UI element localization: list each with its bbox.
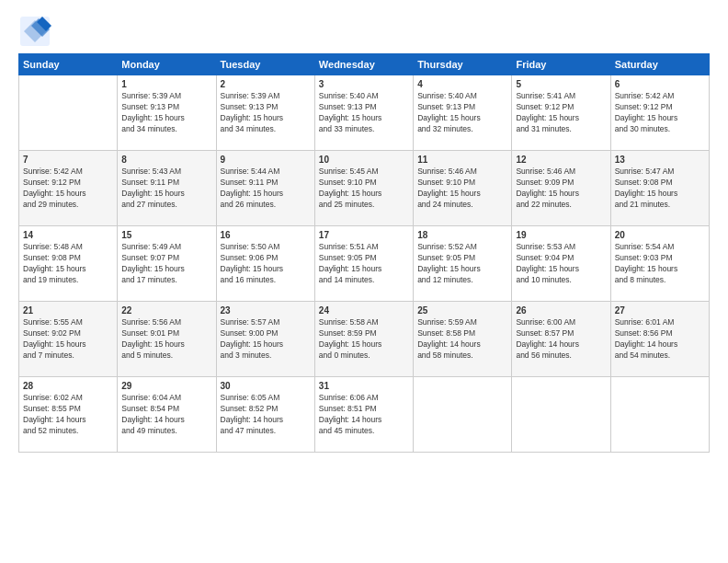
calendar-cell: 1Sunrise: 5:39 AM Sunset: 9:13 PM Daylig… bbox=[118, 75, 216, 151]
calendar-cell: 21Sunrise: 5:55 AM Sunset: 9:02 PM Dayli… bbox=[19, 302, 118, 377]
day-number: 20 bbox=[615, 230, 705, 240]
calendar-cell: 8Sunrise: 5:43 AM Sunset: 9:11 PM Daylig… bbox=[118, 151, 216, 226]
calendar-week-row: 1Sunrise: 5:39 AM Sunset: 9:13 PM Daylig… bbox=[19, 75, 710, 151]
day-info: Sunrise: 5:59 AM Sunset: 8:58 PM Dayligh… bbox=[417, 317, 507, 362]
day-info: Sunrise: 5:55 AM Sunset: 9:02 PM Dayligh… bbox=[23, 317, 113, 362]
calendar-cell: 26Sunrise: 6:00 AM Sunset: 8:57 PM Dayli… bbox=[512, 302, 610, 377]
logo bbox=[18, 15, 51, 44]
weekday-header: Sunday bbox=[19, 54, 118, 75]
weekday-header: Saturday bbox=[610, 54, 709, 75]
calendar-cell: 9Sunrise: 5:44 AM Sunset: 9:11 PM Daylig… bbox=[216, 151, 314, 226]
day-number: 19 bbox=[516, 230, 606, 240]
weekday-header: Friday bbox=[512, 54, 610, 75]
day-info: Sunrise: 5:41 AM Sunset: 9:12 PM Dayligh… bbox=[516, 91, 606, 135]
day-info: Sunrise: 5:52 AM Sunset: 9:05 PM Dayligh… bbox=[417, 242, 507, 286]
calendar-cell: 19Sunrise: 5:53 AM Sunset: 9:04 PM Dayli… bbox=[512, 226, 610, 302]
day-number: 31 bbox=[319, 381, 409, 391]
day-info: Sunrise: 5:46 AM Sunset: 9:10 PM Dayligh… bbox=[417, 167, 507, 211]
day-number: 16 bbox=[221, 230, 311, 240]
day-number: 28 bbox=[23, 381, 113, 391]
day-info: Sunrise: 5:53 AM Sunset: 9:04 PM Dayligh… bbox=[516, 242, 606, 286]
calendar-cell: 14Sunrise: 5:48 AM Sunset: 9:08 PM Dayli… bbox=[19, 226, 118, 302]
weekday-header: Monday bbox=[118, 54, 216, 75]
calendar-cell: 18Sunrise: 5:52 AM Sunset: 9:05 PM Dayli… bbox=[414, 226, 512, 302]
calendar-cell: 23Sunrise: 5:57 AM Sunset: 9:00 PM Dayli… bbox=[216, 302, 314, 377]
calendar-cell bbox=[610, 377, 709, 453]
day-number: 25 bbox=[417, 305, 507, 316]
calendar-cell: 22Sunrise: 5:56 AM Sunset: 9:01 PM Dayli… bbox=[118, 302, 216, 377]
calendar-cell: 11Sunrise: 5:46 AM Sunset: 9:10 PM Dayli… bbox=[414, 151, 512, 226]
day-number: 10 bbox=[319, 155, 409, 165]
day-number: 24 bbox=[319, 305, 409, 316]
day-number: 4 bbox=[417, 79, 507, 89]
day-info: Sunrise: 5:45 AM Sunset: 9:10 PM Dayligh… bbox=[319, 167, 409, 211]
weekday-header: Tuesday bbox=[216, 54, 314, 75]
calendar-cell: 17Sunrise: 5:51 AM Sunset: 9:05 PM Dayli… bbox=[314, 226, 413, 302]
calendar-cell: 7Sunrise: 5:42 AM Sunset: 9:12 PM Daylig… bbox=[19, 151, 118, 226]
calendar-cell: 31Sunrise: 6:06 AM Sunset: 8:51 PM Dayli… bbox=[314, 377, 413, 453]
day-number: 8 bbox=[121, 155, 211, 165]
day-info: Sunrise: 5:40 AM Sunset: 9:13 PM Dayligh… bbox=[319, 91, 409, 135]
calendar-cell: 6Sunrise: 5:42 AM Sunset: 9:12 PM Daylig… bbox=[610, 75, 709, 151]
day-info: Sunrise: 5:44 AM Sunset: 9:11 PM Dayligh… bbox=[221, 167, 311, 211]
calendar-cell: 30Sunrise: 6:05 AM Sunset: 8:52 PM Dayli… bbox=[216, 377, 314, 453]
calendar-cell: 13Sunrise: 5:47 AM Sunset: 9:08 PM Dayli… bbox=[610, 151, 709, 226]
calendar-week-row: 21Sunrise: 5:55 AM Sunset: 9:02 PM Dayli… bbox=[19, 302, 710, 377]
day-number: 3 bbox=[319, 79, 409, 89]
calendar-week-row: 14Sunrise: 5:48 AM Sunset: 9:08 PM Dayli… bbox=[19, 226, 710, 302]
day-number: 26 bbox=[516, 305, 606, 316]
day-info: Sunrise: 5:46 AM Sunset: 9:09 PM Dayligh… bbox=[516, 167, 606, 211]
calendar-week-row: 7Sunrise: 5:42 AM Sunset: 9:12 PM Daylig… bbox=[19, 151, 710, 226]
calendar-cell: 16Sunrise: 5:50 AM Sunset: 9:06 PM Dayli… bbox=[216, 226, 314, 302]
header-row: SundayMondayTuesdayWednesdayThursdayFrid… bbox=[19, 54, 710, 75]
day-info: Sunrise: 5:47 AM Sunset: 9:08 PM Dayligh… bbox=[615, 167, 705, 211]
calendar-cell: 3Sunrise: 5:40 AM Sunset: 9:13 PM Daylig… bbox=[314, 75, 413, 151]
calendar-cell: 4Sunrise: 5:40 AM Sunset: 9:13 PM Daylig… bbox=[414, 75, 512, 151]
day-info: Sunrise: 6:05 AM Sunset: 8:52 PM Dayligh… bbox=[221, 393, 311, 437]
day-info: Sunrise: 5:51 AM Sunset: 9:05 PM Dayligh… bbox=[319, 242, 409, 286]
day-info: Sunrise: 6:06 AM Sunset: 8:51 PM Dayligh… bbox=[319, 393, 409, 437]
day-number: 18 bbox=[417, 230, 507, 240]
page: SundayMondayTuesdayWednesdayThursdayFrid… bbox=[0, 0, 728, 563]
calendar-cell: 25Sunrise: 5:59 AM Sunset: 8:58 PM Dayli… bbox=[414, 302, 512, 377]
day-number: 14 bbox=[23, 230, 113, 240]
day-info: Sunrise: 5:57 AM Sunset: 9:00 PM Dayligh… bbox=[221, 317, 311, 362]
calendar-cell: 29Sunrise: 6:04 AM Sunset: 8:54 PM Dayli… bbox=[118, 377, 216, 453]
day-info: Sunrise: 5:58 AM Sunset: 8:59 PM Dayligh… bbox=[319, 317, 409, 362]
day-info: Sunrise: 5:50 AM Sunset: 9:06 PM Dayligh… bbox=[221, 242, 311, 286]
calendar-cell: 15Sunrise: 5:49 AM Sunset: 9:07 PM Dayli… bbox=[118, 226, 216, 302]
calendar-cell: 27Sunrise: 6:01 AM Sunset: 8:56 PM Dayli… bbox=[610, 302, 709, 377]
day-number: 11 bbox=[417, 155, 507, 165]
calendar-cell bbox=[512, 377, 610, 453]
day-number: 29 bbox=[121, 381, 211, 391]
day-number: 12 bbox=[516, 155, 606, 165]
day-info: Sunrise: 5:43 AM Sunset: 9:11 PM Dayligh… bbox=[121, 167, 211, 211]
day-info: Sunrise: 6:04 AM Sunset: 8:54 PM Dayligh… bbox=[121, 393, 211, 437]
day-number: 13 bbox=[615, 155, 705, 165]
day-info: Sunrise: 5:54 AM Sunset: 9:03 PM Dayligh… bbox=[615, 242, 705, 286]
logo-icon bbox=[18, 15, 48, 44]
day-info: Sunrise: 6:00 AM Sunset: 8:57 PM Dayligh… bbox=[516, 317, 606, 362]
weekday-header: Thursday bbox=[414, 54, 512, 75]
calendar-cell bbox=[414, 377, 512, 453]
calendar-cell bbox=[19, 75, 118, 151]
day-number: 5 bbox=[516, 79, 606, 89]
day-number: 23 bbox=[221, 305, 311, 316]
calendar-cell: 5Sunrise: 5:41 AM Sunset: 9:12 PM Daylig… bbox=[512, 75, 610, 151]
day-number: 30 bbox=[221, 381, 311, 391]
day-number: 2 bbox=[221, 79, 311, 89]
day-number: 1 bbox=[121, 79, 211, 89]
day-number: 22 bbox=[121, 305, 211, 316]
calendar-cell: 10Sunrise: 5:45 AM Sunset: 9:10 PM Dayli… bbox=[314, 151, 413, 226]
day-number: 15 bbox=[121, 230, 211, 240]
calendar-cell: 2Sunrise: 5:39 AM Sunset: 9:13 PM Daylig… bbox=[216, 75, 314, 151]
day-info: Sunrise: 5:42 AM Sunset: 9:12 PM Dayligh… bbox=[23, 167, 113, 211]
calendar-cell: 24Sunrise: 5:58 AM Sunset: 8:59 PM Dayli… bbox=[314, 302, 413, 377]
day-info: Sunrise: 5:42 AM Sunset: 9:12 PM Dayligh… bbox=[615, 91, 705, 135]
calendar-cell: 28Sunrise: 6:02 AM Sunset: 8:55 PM Dayli… bbox=[19, 377, 118, 453]
calendar-cell: 20Sunrise: 5:54 AM Sunset: 9:03 PM Dayli… bbox=[610, 226, 709, 302]
calendar-cell: 12Sunrise: 5:46 AM Sunset: 9:09 PM Dayli… bbox=[512, 151, 610, 226]
day-number: 9 bbox=[221, 155, 311, 165]
day-number: 17 bbox=[319, 230, 409, 240]
day-info: Sunrise: 5:40 AM Sunset: 9:13 PM Dayligh… bbox=[417, 91, 507, 135]
